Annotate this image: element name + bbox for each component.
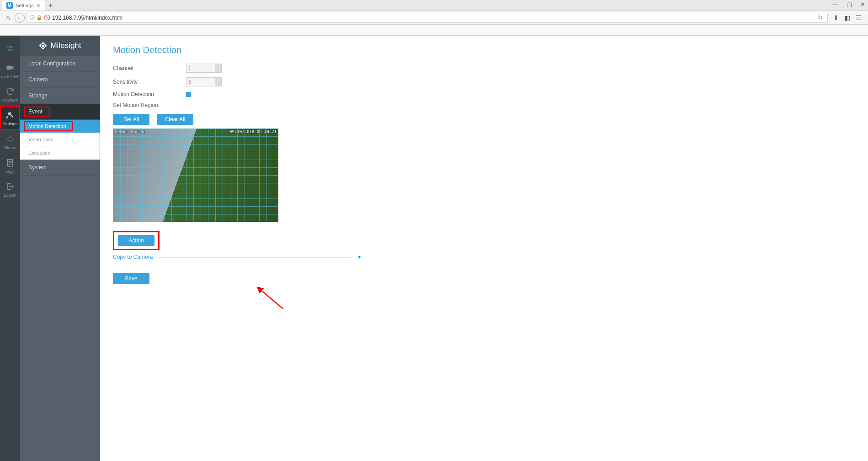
subnav-exception[interactable]: Exception — [20, 146, 100, 160]
nav-camera[interactable]: Camera — [20, 72, 100, 88]
motion-region-grid[interactable]: Network Camera 09/10/2018 09:40:21 — [113, 129, 278, 222]
channel-select[interactable]: 1 — [186, 64, 222, 73]
minimize-icon[interactable]: — — [832, 1, 838, 8]
motion-checkbox[interactable] — [186, 92, 191, 97]
window-controls: — ▢ ✕ — [832, 1, 865, 8]
rail-settings[interactable]: Settings — [0, 106, 20, 130]
svg-rect-0 — [7, 66, 12, 70]
chevron-down-icon: ▼ — [357, 254, 362, 260]
nav-system[interactable]: System — [20, 160, 100, 176]
panel-icon[interactable]: ◧ — [844, 14, 850, 21]
new-tab-button[interactable]: + — [45, 1, 56, 10]
address-bar: ⌂ ← ⓘ 🔒 🚫 192.168.7.95/html/index.html ↻… — [0, 11, 868, 25]
rail-logs[interactable]: Logs — [0, 154, 20, 177]
channel-label: Channel — [113, 65, 186, 71]
nav-storage[interactable]: Storage — [20, 88, 100, 104]
menu-icon[interactable]: ☰ — [856, 14, 862, 21]
rail-logout[interactable]: Logout — [0, 177, 20, 201]
rail-swap[interactable] — [0, 39, 20, 59]
sensitivity-row: Sensitivity 5 — [113, 77, 855, 86]
brand-logo: Milesight — [20, 36, 100, 56]
download-icon[interactable]: ⬇ — [833, 14, 839, 21]
set-all-button[interactable]: Set All — [113, 114, 149, 125]
close-tab-icon[interactable]: × — [37, 2, 40, 9]
divider — [156, 257, 353, 257]
rail-status[interactable]: Status — [0, 130, 20, 154]
browser-tools: ⬇ ◧ ☰ — [830, 14, 865, 21]
content-area: Motion Detection Channel 1 Sensitivity 5… — [100, 36, 868, 461]
rail-live-view[interactable]: Live View — [0, 59, 20, 82]
action-highlight: Action — [113, 231, 160, 250]
refresh-icon[interactable]: ↻ — [816, 14, 825, 21]
grid-overlay — [113, 129, 278, 222]
region-label: Set Motion Region: — [113, 102, 855, 108]
motion-row: Motion Detection — [113, 91, 855, 97]
maximize-icon[interactable]: ▢ — [847, 1, 852, 8]
channel-row: Channel 1 — [113, 64, 855, 73]
region-buttons: Set All Clear All — [113, 114, 855, 125]
close-window-icon[interactable]: ✕ — [860, 1, 865, 8]
copy-to-camera-row[interactable]: Copy to Camera ▼ — [113, 254, 855, 260]
back-button[interactable]: ← — [15, 13, 25, 23]
browser-tab[interactable]: M Settings × — [2, 0, 45, 11]
rail-playback[interactable]: Playback — [0, 82, 20, 106]
favicon: M — [6, 2, 13, 9]
app-container: Live View Playback Settings Status Logs … — [0, 36, 868, 461]
page-title: Motion Detection — [113, 45, 855, 55]
sidebar: Milesight Local Configuration Camera Sto… — [20, 36, 100, 461]
svg-line-2 — [260, 289, 283, 309]
tab-bar: M Settings × + — ▢ ✕ — [0, 0, 868, 11]
save-button[interactable]: Save — [113, 273, 149, 284]
icon-rail: Live View Playback Settings Status Logs … — [0, 36, 20, 461]
annotation-arrow — [256, 286, 288, 313]
subnav: Motion Detection Video Loss Exception — [20, 120, 100, 160]
action-button[interactable]: Action — [118, 235, 154, 246]
sensitivity-label: Sensitivity — [113, 79, 186, 85]
url-text: 192.168.7.95/html/index.html — [52, 15, 814, 21]
clear-all-button[interactable]: Clear All — [157, 114, 193, 125]
browser-chrome: M Settings × + — ▢ ✕ ⌂ ← ⓘ 🔒 🚫 192.168.7… — [0, 0, 868, 36]
bookmark-bar — [0, 25, 868, 36]
motion-label: Motion Detection — [113, 91, 186, 97]
nav-local-configuration[interactable]: Local Configuration — [20, 56, 100, 72]
tab-title: Settings — [16, 3, 34, 8]
nav-event[interactable]: Event — [20, 104, 100, 120]
subnav-motion-detection[interactable]: Motion Detection — [20, 120, 100, 133]
url-input[interactable]: ⓘ 🔒 🚫 192.168.7.95/html/index.html ↻ — [27, 13, 828, 23]
home-button[interactable]: ⌂ — [3, 13, 13, 23]
copy-label: Copy to Camera — [113, 254, 153, 260]
security-icons: ⓘ 🔒 🚫 — [30, 14, 50, 21]
subnav-video-loss[interactable]: Video Loss — [20, 133, 100, 146]
sensitivity-select[interactable]: 5 — [186, 77, 222, 86]
